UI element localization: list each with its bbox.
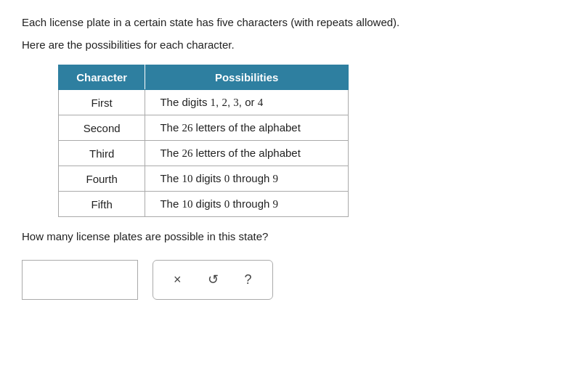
- possibilities-table: Character Possibilities First The digits…: [58, 65, 349, 217]
- undo-button[interactable]: ↺: [205, 269, 222, 290]
- character-fifth: Fifth: [59, 192, 145, 217]
- help-button[interactable]: ?: [242, 269, 255, 290]
- clear-button[interactable]: ×: [171, 269, 184, 290]
- character-third: Third: [59, 141, 145, 166]
- table-row: Second The 26 letters of the alphabet: [59, 115, 349, 141]
- controls-box: × ↺ ?: [153, 260, 273, 300]
- possibilities-third: The 26 letters of the alphabet: [145, 141, 349, 166]
- answer-input-box[interactable]: [22, 260, 138, 300]
- table-row: First The digits 1, 2, 3, or 4: [59, 90, 349, 115]
- character-fourth: Fourth: [59, 166, 145, 192]
- intro-line1: Each license plate in a certain state ha…: [22, 15, 559, 31]
- character-second: Second: [59, 115, 145, 141]
- possibilities-fifth: The 10 digits 0 through 9: [145, 192, 349, 217]
- possibilities-table-container: Character Possibilities First The digits…: [58, 65, 559, 217]
- intro-line2: Here are the possibilities for each char…: [22, 37, 559, 54]
- possibilities-second: The 26 letters of the alphabet: [145, 115, 349, 141]
- question-text: How many license plates are possible in …: [22, 229, 559, 245]
- possibilities-first: The digits 1, 2, 3, or 4: [145, 90, 349, 115]
- table-row: Third The 26 letters of the alphabet: [59, 141, 349, 166]
- answer-area: × ↺ ?: [22, 260, 559, 300]
- table-row: Fourth The 10 digits 0 through 9: [59, 166, 349, 192]
- col-header-possibilities: Possibilities: [145, 65, 349, 90]
- possibilities-fourth: The 10 digits 0 through 9: [145, 166, 349, 192]
- table-row: Fifth The 10 digits 0 through 9: [59, 192, 349, 217]
- answer-input[interactable]: [31, 272, 137, 287]
- character-first: First: [59, 90, 145, 115]
- col-header-character: Character: [59, 65, 145, 90]
